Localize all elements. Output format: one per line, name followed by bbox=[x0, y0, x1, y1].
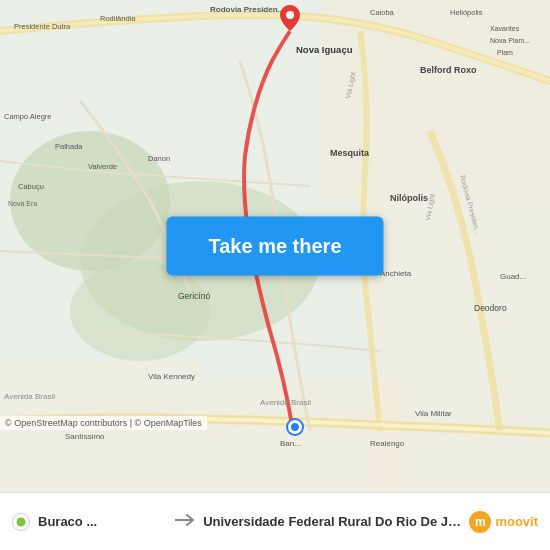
svg-text:Guad...: Guad... bbox=[500, 272, 526, 281]
svg-point-41 bbox=[286, 11, 294, 19]
svg-text:Palhada: Palhada bbox=[55, 142, 83, 151]
svg-text:Rodovia Presiden...: Rodovia Presiden... bbox=[210, 5, 284, 14]
map-area: Presidente Dutra Rodilândia Rodovia Pres… bbox=[0, 0, 550, 492]
svg-point-3 bbox=[70, 261, 210, 361]
bottom-bar: Buraco ... Universidade Federal Rural Do… bbox=[0, 492, 550, 550]
map-attribution: © OpenStreetMap contributors | © OpenMap… bbox=[0, 416, 207, 430]
svg-text:Cabuçu: Cabuçu bbox=[18, 182, 44, 191]
osm-logo bbox=[12, 513, 30, 531]
origin-dot bbox=[288, 420, 302, 434]
moovit-logo-circle: m bbox=[469, 511, 491, 533]
svg-text:Avenida Brasil: Avenida Brasil bbox=[4, 392, 55, 401]
svg-text:Heliópolis: Heliópolis bbox=[450, 8, 483, 17]
svg-text:Nova Plam...: Nova Plam... bbox=[490, 37, 530, 44]
svg-text:Vila Militar: Vila Militar bbox=[415, 409, 452, 418]
svg-text:Nova Era: Nova Era bbox=[8, 200, 37, 207]
svg-text:Gericínó: Gericínó bbox=[178, 291, 210, 301]
svg-text:Belford Roxo: Belford Roxo bbox=[420, 65, 477, 75]
svg-text:Avenida Brasil: Avenida Brasil bbox=[260, 398, 311, 407]
app-container: Presidente Dutra Rodilândia Rodovia Pres… bbox=[0, 0, 550, 550]
svg-text:Nova Iguaçu: Nova Iguaçu bbox=[296, 44, 353, 55]
destination-pin bbox=[280, 5, 300, 35]
svg-point-42 bbox=[16, 517, 26, 527]
svg-text:Mesquita: Mesquita bbox=[330, 148, 370, 158]
svg-text:Deodoro: Deodoro bbox=[474, 303, 507, 313]
svg-text:Anchieta: Anchieta bbox=[380, 269, 412, 278]
moovit-logo-letter: m bbox=[475, 515, 486, 529]
svg-text:Valverde: Valverde bbox=[88, 162, 117, 171]
route-origin-label: Buraco ... bbox=[38, 514, 167, 529]
moovit-logo: m moovit bbox=[469, 511, 538, 533]
svg-text:Nilópolis: Nilópolis bbox=[390, 193, 428, 203]
take-me-there-button[interactable]: Take me there bbox=[166, 217, 383, 276]
route-destination-label: Universidade Federal Rural Do Rio De Ja.… bbox=[203, 514, 461, 529]
attribution-text: © OpenStreetMap contributors | © OpenMap… bbox=[5, 418, 202, 428]
svg-text:Xavantes: Xavantes bbox=[490, 25, 520, 32]
svg-text:Santíssimo: Santíssimo bbox=[65, 432, 105, 441]
svg-text:Ban...: Ban... bbox=[280, 439, 301, 448]
svg-text:Campo Alegre: Campo Alegre bbox=[4, 112, 52, 121]
moovit-logo-text: moovit bbox=[495, 514, 538, 529]
svg-text:Danon: Danon bbox=[148, 154, 170, 163]
route-arrow-icon bbox=[175, 511, 195, 532]
svg-text:Vila Kennedy: Vila Kennedy bbox=[148, 372, 195, 381]
svg-text:Caioba: Caioba bbox=[370, 8, 395, 17]
svg-text:Plam: Plam bbox=[497, 49, 513, 56]
svg-text:Presidente Dutra: Presidente Dutra bbox=[14, 22, 71, 31]
svg-text:Rodilândia: Rodilândia bbox=[100, 14, 136, 23]
svg-text:Realengo: Realengo bbox=[370, 439, 405, 448]
